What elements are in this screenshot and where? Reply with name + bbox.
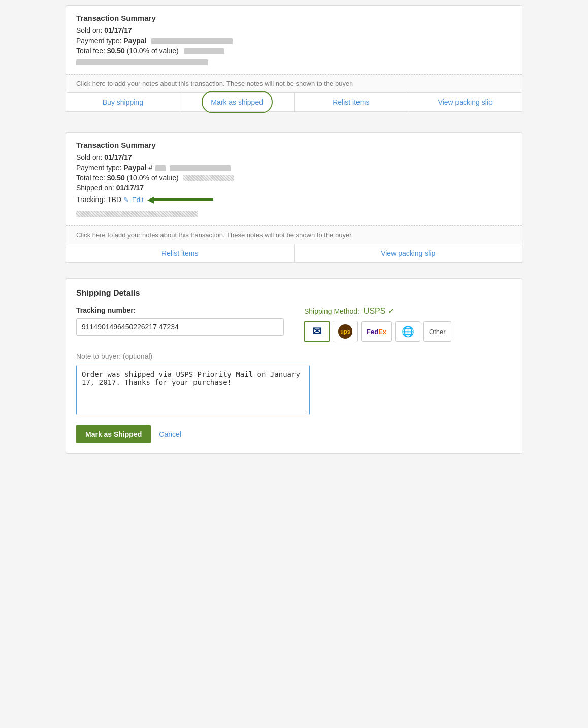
other-label: Other [429, 328, 446, 336]
usps-label: USPS ✓ [364, 307, 395, 315]
ups-carrier-button[interactable]: ups [333, 321, 358, 342]
other-button[interactable]: Other [423, 321, 451, 342]
shipping-method-text: Shipping Method: [304, 307, 360, 315]
second-tracking-label: Tracking: [76, 195, 105, 204]
relist-items-button-2[interactable]: Relist items [66, 244, 295, 262]
usps-icon: ✉ [312, 325, 321, 338]
second-action-bar: Relist items View packing slip [66, 244, 522, 263]
second-sold-on-value: 01/17/17 [104, 153, 132, 161]
sold-on-row: Sold on: 01/17/17 [76, 26, 512, 35]
sold-on-value: 01/17/17 [104, 26, 132, 35]
second-payment-redacted-2 [170, 165, 231, 171]
second-fee-value: $0.50 [107, 174, 125, 182]
payment-label: Payment type: [76, 37, 122, 45]
shipping-right: Shipping Method: USPS ✓ ✉ ups Fe [304, 306, 512, 342]
shipping-left: Tracking number: [76, 306, 284, 342]
shipping-grid: Tracking number: Shipping Method: USPS ✓… [76, 306, 512, 342]
second-payment-hash: # [148, 163, 152, 172]
view-packing-slip-button-2[interactable]: View packing slip [295, 244, 522, 262]
second-fee-redacted [183, 175, 234, 181]
second-fee-row: Total fee: $0.50 (10.0% of value) [76, 174, 512, 182]
payment-redacted [151, 38, 233, 44]
fee-row: Total fee: $0.50 (10.0% of value) [76, 47, 512, 55]
usps-carrier-button[interactable]: ✉ [304, 321, 330, 342]
second-card-title: Transaction Summary [76, 141, 512, 149]
second-payment-label: Payment type: [76, 163, 122, 172]
second-payment-redacted-1 [155, 165, 166, 171]
second-payment-type: Paypal [123, 163, 146, 172]
second-tracking-row: Tracking: TBD ✎ Edit ◀ [76, 194, 512, 205]
mark-as-shipped-submit-button[interactable]: Mark as Shipped [76, 425, 151, 443]
second-notes-text: Click here to add your notes about this … [76, 231, 353, 239]
second-fee-label: Total fee: [76, 174, 105, 182]
second-shipped-value: 01/17/17 [116, 184, 144, 192]
notes-text: Click here to add your notes about this … [76, 80, 353, 87]
top-action-bar: Buy shipping Mark as shipped Relist item… [66, 93, 522, 112]
fee-redacted [184, 48, 224, 54]
carrier-options: ✉ ups FedEx 🌐 [304, 321, 512, 342]
view-packing-slip-button[interactable]: View packing slip [408, 93, 522, 111]
second-payment-row: Payment type: Paypal # [76, 163, 512, 172]
note-label-text: Note to buyer: [76, 352, 121, 360]
second-shipped-label: Shipped on: [76, 184, 114, 192]
mark-as-shipped-button[interactable]: Mark as shipped [180, 93, 295, 111]
buy-shipping-button[interactable]: Buy shipping [66, 93, 180, 111]
payment-type: Paypal [123, 37, 146, 45]
tracking-number-label: Tracking number: [76, 306, 284, 314]
note-label: Note to buyer: (optional) [76, 352, 512, 360]
ups-icon: ups [338, 324, 352, 339]
note-textarea[interactable]: Order was shipped via USPS Priority Mail… [76, 365, 310, 415]
form-actions: Mark as Shipped Cancel [76, 425, 512, 443]
shipping-section: Shipping Details Tracking number: Shippi… [66, 278, 522, 454]
cancel-button[interactable]: Cancel [159, 430, 181, 438]
sold-on-label: Sold on: [76, 26, 102, 35]
second-fee-detail: (10.0% of value) [127, 174, 179, 182]
second-notes-area[interactable]: Click here to add your notes about this … [66, 225, 522, 244]
notes-area[interactable]: Click here to add your notes about this … [66, 74, 522, 92]
mark-as-shipped-label: Mark as shipped [211, 98, 263, 106]
fee-value: $0.50 [107, 47, 125, 55]
second-sold-on-row: Sold on: 01/17/17 [76, 153, 512, 161]
tracking-number-input[interactable] [76, 318, 284, 336]
second-bottom-redacted [76, 211, 198, 217]
second-shipped-row: Shipped on: 01/17/17 [76, 184, 512, 192]
other-carrier-button[interactable]: 🌐 [395, 321, 420, 342]
bottom-redacted [76, 59, 208, 65]
top-card-title: Transaction Summary [76, 14, 512, 22]
fee-detail: (10.0% of value) [127, 47, 179, 55]
note-optional-text: (optional) [123, 352, 152, 360]
edit-icon: ✎ [123, 196, 129, 204]
fee-label: Total fee: [76, 47, 105, 55]
relist-items-button[interactable]: Relist items [295, 93, 409, 111]
fedex-icon: FedEx [367, 328, 386, 336]
arrow-line [152, 198, 213, 201]
payment-row: Payment type: Paypal [76, 37, 512, 45]
fedex-carrier-button[interactable]: FedEx [361, 321, 392, 342]
second-tracking-value: TBD [107, 195, 121, 204]
edit-link[interactable]: Edit [132, 196, 143, 204]
shipping-title: Shipping Details [76, 289, 512, 298]
shipping-method-label: Shipping Method: USPS ✓ [304, 306, 512, 316]
second-sold-on-label: Sold on: [76, 153, 102, 161]
globe-icon: 🌐 [402, 325, 414, 338]
